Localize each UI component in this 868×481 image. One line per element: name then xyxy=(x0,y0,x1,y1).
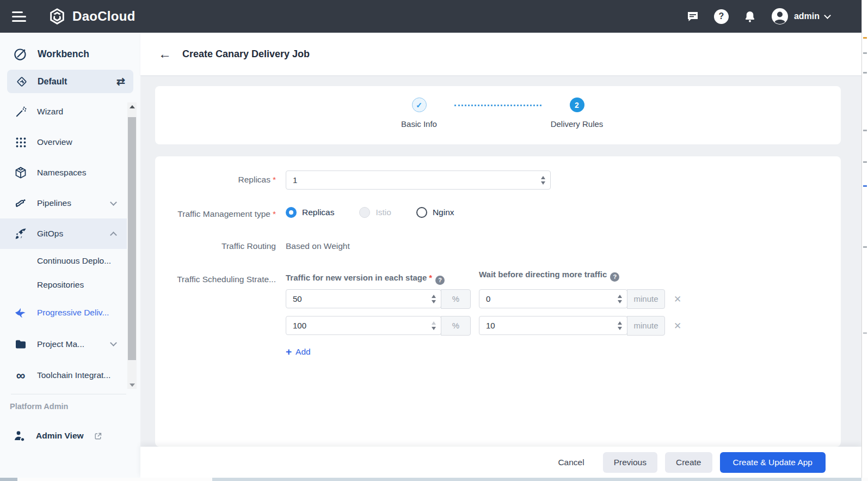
user-menu[interactable]: admin xyxy=(771,8,830,25)
sidebar-item-admin-view[interactable]: Admin View xyxy=(13,429,103,442)
switch-workspace-icon[interactable]: ⇄ xyxy=(116,75,125,88)
increment-button[interactable] xyxy=(432,321,436,325)
step-number: 2 xyxy=(570,98,584,112)
workbench-header: Workbench xyxy=(0,33,140,62)
scrollbar-thumb[interactable] xyxy=(128,117,136,360)
sidebar-item-continuous-deployment[interactable]: Continuous Deplo... xyxy=(0,249,127,273)
scroll-up-button[interactable] xyxy=(127,102,137,111)
radio-istio: Istio xyxy=(359,207,391,218)
external-link-icon xyxy=(94,431,103,441)
chevron-down-icon xyxy=(110,339,117,346)
overview-grid-icon xyxy=(14,136,27,149)
sidebar-scrollbar[interactable] xyxy=(127,102,137,389)
decrement-button[interactable] xyxy=(432,300,436,303)
traffic-column-header: Traffic for new version in each stage*? xyxy=(286,273,445,285)
traffic-percent-input[interactable] xyxy=(286,289,441,308)
percent-unit: % xyxy=(441,289,471,309)
traffic-value-field[interactable] xyxy=(286,290,427,308)
step-connector xyxy=(454,105,541,129)
notifications-bell-icon[interactable] xyxy=(743,10,756,23)
wait-time-input[interactable] xyxy=(479,289,627,308)
decrement-button[interactable] xyxy=(541,181,545,185)
replicas-value-field[interactable] xyxy=(286,171,536,189)
previous-button[interactable]: Previous xyxy=(603,452,657,473)
traffic-value-field[interactable] xyxy=(286,316,427,334)
menu-toggle-icon[interactable] xyxy=(12,9,26,25)
page-title: Create Canary Delivery Job xyxy=(182,48,310,60)
required-asterisk: * xyxy=(429,273,432,282)
create-and-update-button[interactable]: Create & Update App xyxy=(720,452,826,473)
create-button[interactable]: Create xyxy=(665,452,712,473)
percent-unit: % xyxy=(441,316,471,336)
scrollbar-thumb[interactable] xyxy=(212,478,861,481)
sidebar-item-overview[interactable]: Overview xyxy=(0,127,127,157)
wait-time-input[interactable] xyxy=(479,316,627,335)
workspace-icon xyxy=(15,75,28,88)
step-delivery-rules[interactable]: 2 Delivery Rules xyxy=(541,98,612,129)
radio-disabled-icon xyxy=(359,207,370,218)
workspace-selector[interactable]: Default ⇄ xyxy=(7,70,133,93)
sidebar-item-project-management[interactable]: Project Ma... xyxy=(0,328,127,360)
scroll-down-button[interactable] xyxy=(127,381,137,389)
delete-row-icon[interactable]: ✕ xyxy=(674,294,681,305)
avatar xyxy=(771,8,789,25)
platform-admin-section-label: Platform Admin xyxy=(10,402,68,411)
sidebar-item-repositories[interactable]: Repositories xyxy=(0,273,127,297)
back-arrow-icon[interactable]: ← xyxy=(158,47,171,60)
sidebar: Workbench Default ⇄ Wizard Overview Name… xyxy=(0,33,140,481)
workbench-icon xyxy=(13,47,28,62)
increment-button[interactable] xyxy=(618,321,622,325)
sidebar-item-progressive-delivery[interactable]: Progressive Deliv... xyxy=(0,297,127,328)
step-label: Basic Info xyxy=(401,119,437,129)
traffic-type-label: Traffic Management type* xyxy=(155,209,276,219)
sidebar-item-pipelines[interactable]: Pipelines xyxy=(0,188,127,218)
sidebar-item-namespaces[interactable]: Namespaces xyxy=(0,157,127,188)
sidebar-item-wizard[interactable]: Wizard xyxy=(0,96,127,127)
wait-value-field[interactable] xyxy=(479,316,613,334)
top-bar: DaoCloud ? admin xyxy=(0,0,861,33)
help-icon[interactable]: ? xyxy=(435,276,445,285)
delete-row-icon[interactable]: ✕ xyxy=(674,320,681,332)
horizontal-scrollbar[interactable] xyxy=(0,478,868,481)
help-icon[interactable]: ? xyxy=(610,272,619,282)
stepper-card: ✓ Basic Info 2 Delivery Rules xyxy=(155,86,841,144)
traffic-routing-value: Based on Weight xyxy=(286,241,350,251)
chevron-down-icon xyxy=(824,12,831,19)
replicas-input[interactable] xyxy=(286,171,551,190)
radio-replicas[interactable]: Replicas xyxy=(286,207,334,218)
wizard-icon xyxy=(14,105,27,118)
decrement-button[interactable] xyxy=(618,300,622,303)
sidebar-item-gitops[interactable]: GitOps xyxy=(0,218,127,249)
wait-column-header: Wait before directing more traffic? xyxy=(479,270,619,282)
decrement-button[interactable] xyxy=(618,327,622,330)
footer-actions: Cancel Previous Create Create & Update A… xyxy=(140,447,861,478)
sidebar-item-toolchain-integration[interactable]: ∞ Toolchain Integrat... xyxy=(0,360,127,391)
radio-unchecked-icon xyxy=(416,207,427,218)
increment-button[interactable] xyxy=(541,176,545,179)
folder-icon xyxy=(14,338,27,351)
increment-button[interactable] xyxy=(432,295,436,298)
admin-view-label: Admin View xyxy=(36,431,84,441)
cancel-button[interactable]: Cancel xyxy=(547,452,595,473)
wait-value-field[interactable] xyxy=(479,290,613,308)
main-content: ← Create Canary Delivery Job ✓ Basic Inf… xyxy=(140,33,861,481)
sidebar-menu: Wizard Overview Namespaces Pipelines xyxy=(0,96,127,391)
traffic-type-radio-group: Replicas Istio Nginx xyxy=(286,207,454,218)
traffic-percent-input[interactable] xyxy=(286,316,441,335)
check-icon: ✓ xyxy=(416,101,422,109)
step-basic-info[interactable]: ✓ Basic Info xyxy=(384,98,454,129)
username: admin xyxy=(794,11,820,21)
form-card: Replicas* Traffic Management type* Repli… xyxy=(155,156,841,447)
window-edge-artifact xyxy=(861,0,868,481)
chat-icon[interactable] xyxy=(686,10,699,23)
help-icon[interactable]: ? xyxy=(714,9,729,24)
increment-button[interactable] xyxy=(618,295,622,298)
add-stage-button[interactable]: + Add xyxy=(286,346,311,357)
workbench-label: Workbench xyxy=(38,48,89,60)
decrement-button[interactable] xyxy=(432,327,436,330)
radio-nginx[interactable]: Nginx xyxy=(416,207,454,218)
scrollbar-segment xyxy=(0,478,17,481)
pipelines-icon xyxy=(14,197,27,210)
namespaces-cube-icon xyxy=(14,166,27,179)
brand: DaoCloud xyxy=(48,7,136,26)
